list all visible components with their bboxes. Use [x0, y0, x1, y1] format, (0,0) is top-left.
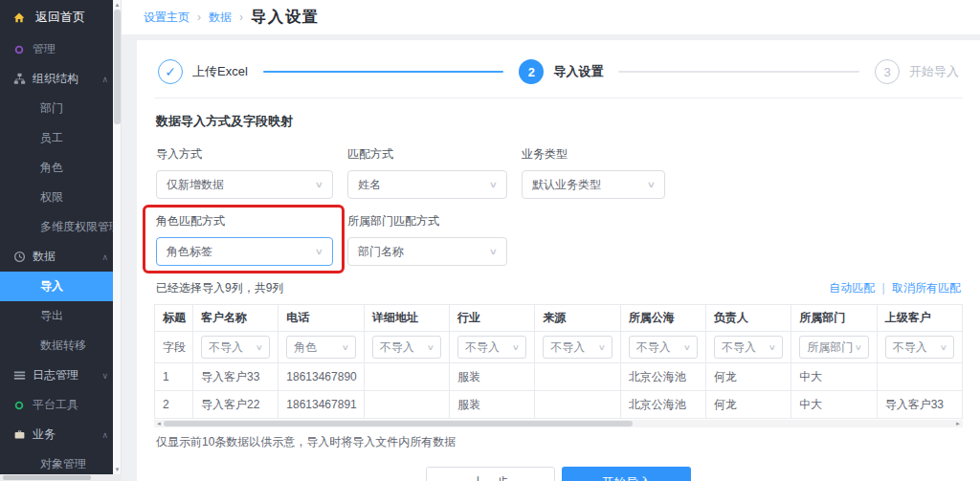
chevron-up-icon: ∧ — [101, 430, 108, 440]
chevron-down-icon: ∨ — [512, 343, 520, 352]
sidebar-item-export[interactable]: 导出 — [0, 301, 113, 331]
scroll-left-icon[interactable]: ◄ — [156, 420, 162, 427]
field-import-mode: 导入方式 仅新增数据 ∨ — [156, 146, 333, 199]
step-start-import: 3 开始导入 — [875, 59, 959, 84]
start-import-button[interactable]: 开始导入 — [562, 467, 691, 481]
step-connector-pending — [618, 71, 859, 73]
business-type-select[interactable]: 默认业务类型 ∨ — [522, 170, 665, 199]
sidebar-item-home[interactable]: 返回首页 — [0, 0, 113, 34]
scroll-down-icon[interactable]: ▼ — [113, 467, 122, 472]
sidebar-item-multidim-permission[interactable]: 多维度权限管理 — [0, 212, 113, 242]
breadcrumb-link-settings-home[interactable]: 设置主页 — [144, 10, 189, 26]
chevron-down-icon: ∨ — [768, 343, 776, 352]
role-match-mode-select[interactable]: 角色标签 ∨ — [156, 237, 333, 266]
cancel-all-match-link[interactable]: 取消所有匹配 — [892, 281, 961, 295]
column-map-select-department[interactable]: 所属部门∨ — [799, 336, 868, 359]
table-horizontal-scrollbar[interactable]: ◄ ► — [154, 420, 963, 427]
log-list-icon — [12, 369, 26, 383]
sidebar-horizontal-scrollbar[interactable] — [0, 474, 122, 481]
chevron-down-icon: ∨ — [489, 247, 498, 256]
step-number: 2 — [519, 59, 544, 84]
sidebar-item-permission[interactable]: 权限 — [0, 183, 113, 212]
breadcrumb-link-data[interactable]: 数据 — [209, 10, 232, 26]
sidebar-item-log-management[interactable]: 日志管理 ∨ — [0, 361, 113, 390]
check-icon: ✓ — [158, 59, 183, 84]
chevron-down-icon: ∨ — [940, 343, 947, 352]
auto-match-link[interactable]: 自动匹配 — [829, 281, 875, 295]
form-row-1: 导入方式 仅新增数据 ∨ 匹配方式 姓名 ∨ 业务类型 默认业务类型 ∨ — [156, 146, 963, 199]
breadcrumb-separator-icon: › — [197, 11, 201, 24]
field-business-type: 业务类型 默认业务类型 ∨ — [522, 146, 665, 199]
sidebar-item-import[interactable]: 导入 — [0, 272, 113, 301]
chevron-down-icon: ∨ — [683, 343, 691, 352]
chevron-down-icon: ∨ — [342, 343, 349, 352]
column-map-select-address[interactable]: 不导入∨ — [372, 336, 441, 359]
chevron-down-icon: ∨ — [855, 343, 862, 352]
column-map-select-source[interactable]: 不导入∨ — [543, 336, 612, 359]
footer-actions: 上一步 开始导入 — [154, 467, 963, 481]
step-upload-excel: ✓ 上传Excel — [158, 59, 248, 84]
wizard-stepper: ✓ 上传Excel 2 导入设置 3 开始导入 — [154, 52, 963, 98]
sidebar-item-admin[interactable]: 管理 — [0, 34, 113, 64]
selection-summary: 已经选择导入9列，共9列 — [156, 280, 283, 296]
preview-note: 仅显示前10条数据以供示意，导入时将导入文件内所有数据 — [156, 434, 963, 450]
link-divider: | — [882, 281, 885, 295]
breadcrumb-separator-icon: › — [239, 11, 243, 24]
chevron-down-icon: ∨ — [647, 180, 656, 189]
tool-ring-icon — [12, 399, 26, 412]
chevron-down-icon: ∨ — [315, 247, 323, 256]
sidebar-item-label: 返回首页 — [35, 9, 85, 26]
sidebar-item-data-transfer[interactable]: 数据转移 — [0, 331, 113, 361]
table-row: 2 导入客户22 18613467891 服装 北京公海池 何龙 中大 导入客户… — [155, 391, 963, 419]
selection-summary-row: 已经选择导入9列，共9列 自动匹配 | 取消所有匹配 — [156, 280, 961, 296]
scroll-right-icon[interactable]: ► — [955, 420, 961, 427]
match-links: 自动匹配 | 取消所有匹配 — [829, 280, 961, 296]
column-map-select-parent-customer[interactable]: 不导入∨ — [885, 336, 954, 359]
sidebar-item-employee[interactable]: 员工 — [0, 123, 113, 153]
sidebar: 返回首页 管理 组织结构 ∧ 部门 员工 角色 权限 多维度权限管理 数据 ∧ … — [0, 0, 113, 474]
sidebar-item-department[interactable]: 部门 — [0, 94, 113, 123]
chevron-down-icon: ∨ — [598, 343, 606, 352]
department-match-mode-select[interactable]: 部门名称 ∨ — [347, 237, 507, 266]
scrollbar-thumb[interactable] — [3, 475, 91, 480]
clock-icon — [12, 251, 26, 264]
sidebar-vertical-scrollbar[interactable]: ▲ ▼ — [113, 0, 122, 474]
form-row-2: 角色匹配方式 角色标签 ∨ 所属部门匹配方式 部门名称 ∨ — [156, 213, 963, 266]
sidebar-item-role[interactable]: 角色 — [0, 153, 113, 183]
column-map-select-owner[interactable]: 不导入∨ — [714, 336, 783, 359]
import-mode-select[interactable]: 仅新增数据 ∨ — [156, 170, 333, 199]
sidebar-item-platform-tools[interactable]: 平台工具 — [0, 390, 113, 420]
column-map-select-customer-name[interactable]: 不导入∨ — [201, 336, 270, 359]
field-mapping-table: 标题 客户名称 电话 详细地址 行业 来源 所属公海 负责人 所属部门 上级客户… — [154, 304, 963, 419]
sidebar-item-data[interactable]: 数据 ∧ — [0, 242, 113, 272]
chevron-down-icon: ∨ — [256, 343, 263, 352]
field-row-label: 字段 — [155, 332, 193, 363]
chevron-down-icon: ∨ — [315, 180, 323, 189]
column-map-select-phone[interactable]: 角色∨ — [286, 336, 355, 359]
sidebar-item-business[interactable]: 业务 ∧ — [0, 420, 113, 449]
scroll-up-icon[interactable]: ▲ — [113, 2, 122, 8]
admin-ring-icon — [12, 43, 26, 56]
table-row: 1 导入客户33 18613467890 服装 北京公海池 何龙 中大 — [155, 363, 963, 391]
sidebar-item-object-management[interactable]: 对象管理 — [0, 449, 113, 474]
field-select-row: 字段 不导入∨ 角色∨ 不导入∨ 不导入∨ 不导入∨ 不导入∨ 不导入∨ 所属部… — [155, 332, 963, 363]
step-number: 3 — [875, 59, 900, 84]
column-map-select-industry[interactable]: 不导入∨ — [457, 336, 526, 359]
sidebar-item-org-structure[interactable]: 组织结构 ∧ — [0, 64, 113, 94]
scrollbar-thumb[interactable] — [114, 10, 121, 124]
chevron-up-icon: ∧ — [101, 252, 108, 262]
table-header-row: 标题 客户名称 电话 详细地址 行业 来源 所属公海 负责人 所属部门 上级客户 — [155, 305, 963, 332]
step-import-settings: 2 导入设置 — [519, 59, 603, 84]
briefcase-icon — [12, 428, 26, 442]
chevron-down-icon: ∨ — [427, 343, 434, 352]
section-title: 数据导入方式及字段映射 — [156, 113, 963, 130]
page-title: 导入设置 — [251, 8, 320, 28]
scrollbar-thumb[interactable] — [164, 421, 633, 426]
home-icon — [12, 11, 26, 24]
column-map-select-pool[interactable]: 不导入∨ — [629, 336, 698, 359]
field-match-mode: 匹配方式 姓名 ∨ — [347, 146, 507, 199]
sitemap-icon — [12, 73, 26, 86]
match-mode-select[interactable]: 姓名 ∨ — [347, 170, 507, 199]
main-content: 设置主页 › 数据 › 导入设置 ✓ 上传Excel 2 导入设置 3 开始导入… — [122, 0, 980, 481]
previous-step-button[interactable]: 上一步 — [426, 467, 555, 481]
